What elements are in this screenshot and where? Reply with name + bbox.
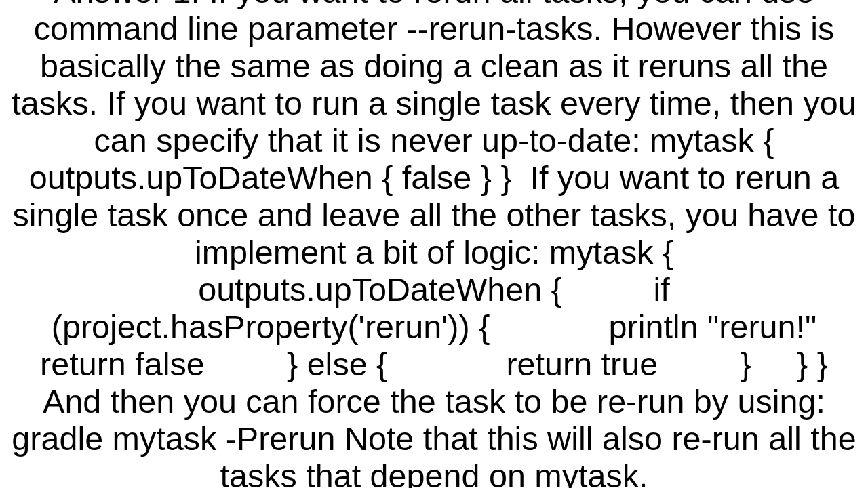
document-viewport: Answer 1: If you want to rerun all tasks…	[0, 0, 868, 488]
answer-body-text: Answer 1: If you want to rerun all tasks…	[7, 0, 861, 488]
